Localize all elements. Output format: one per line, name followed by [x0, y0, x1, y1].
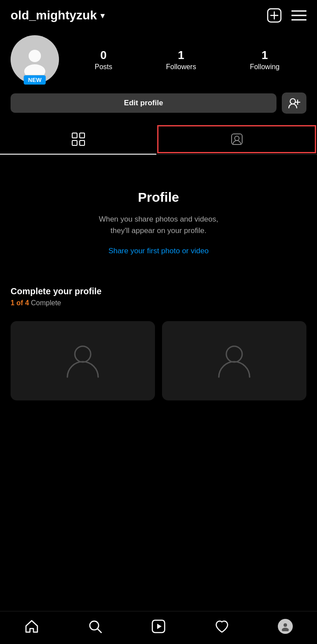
profile-section: NEW 0 Posts 1 Followers 1 Following	[0, 27, 317, 93]
stats-row: 0 Posts 1 Followers 1 Following	[68, 48, 306, 71]
nav-reels[interactable]	[145, 618, 172, 635]
followers-label: Followers	[166, 63, 196, 71]
following-label: Following	[250, 63, 280, 71]
edit-profile-button[interactable]: Edit profile	[11, 93, 276, 113]
header-left: old_mightyzuk ▾	[11, 8, 105, 22]
tabs-row	[0, 124, 317, 155]
svg-rect-11	[72, 133, 77, 138]
svg-point-23	[284, 623, 287, 627]
header-icons	[267, 8, 306, 23]
followers-count: 1	[178, 48, 184, 62]
svg-line-20	[97, 629, 101, 633]
svg-point-17	[75, 346, 91, 362]
chevron-down-icon[interactable]: ▾	[100, 10, 105, 21]
posts-stat[interactable]: 0 Posts	[95, 48, 112, 71]
empty-state-title: Profile	[138, 190, 179, 205]
complete-profile-section: Complete your profile 1 of 4 Complete	[0, 273, 317, 314]
share-first-photo-link[interactable]: Share your first photo or video	[108, 247, 209, 255]
posts-count: 0	[100, 48, 107, 62]
profile-card-2[interactable]	[162, 321, 306, 400]
bottom-nav	[0, 611, 317, 644]
svg-point-18	[226, 346, 242, 362]
nav-home[interactable]	[18, 618, 45, 635]
header: old_mightyzuk ▾	[0, 0, 317, 27]
content-area: Profile When you share photos and videos…	[0, 155, 317, 273]
complete-profile-title: Complete your profile	[11, 286, 306, 296]
svg-point-8	[290, 99, 295, 104]
following-count: 1	[262, 48, 268, 62]
username-label[interactable]: old_mightyzuk	[11, 8, 97, 22]
tab-tagged[interactable]	[157, 125, 316, 153]
profile-card-1[interactable]	[11, 321, 155, 400]
complete-profile-progress: 1 of 4 Complete	[11, 299, 306, 307]
nav-profile[interactable]	[272, 618, 299, 635]
svg-point-6	[29, 50, 41, 62]
buttons-row: Edit profile	[0, 93, 317, 121]
nav-search[interactable]	[82, 618, 108, 635]
progress-rest: Complete	[29, 299, 61, 307]
svg-rect-13	[72, 141, 77, 145]
nav-activity[interactable]	[209, 618, 235, 635]
new-badge: NEW	[24, 75, 46, 85]
profile-cards-row	[0, 314, 317, 400]
nav-profile-avatar[interactable]	[278, 619, 293, 634]
tab-grid[interactable]	[0, 124, 156, 154]
progress-highlight: 1 of 4	[11, 299, 29, 307]
new-post-button[interactable]	[267, 8, 282, 23]
followers-stat[interactable]: 1 Followers	[166, 48, 196, 71]
menu-button[interactable]	[291, 8, 306, 23]
svg-point-24	[282, 628, 289, 631]
empty-state-subtitle: When you share photos and videos, they'l…	[99, 214, 218, 236]
svg-rect-12	[80, 133, 85, 138]
posts-label: Posts	[95, 63, 112, 71]
avatar-container: NEW	[11, 35, 59, 84]
svg-rect-14	[80, 141, 85, 145]
svg-point-16	[235, 136, 239, 141]
svg-marker-22	[157, 624, 162, 629]
following-stat[interactable]: 1 Following	[250, 48, 280, 71]
add-person-button[interactable]	[282, 93, 306, 114]
svg-point-7	[24, 64, 45, 75]
